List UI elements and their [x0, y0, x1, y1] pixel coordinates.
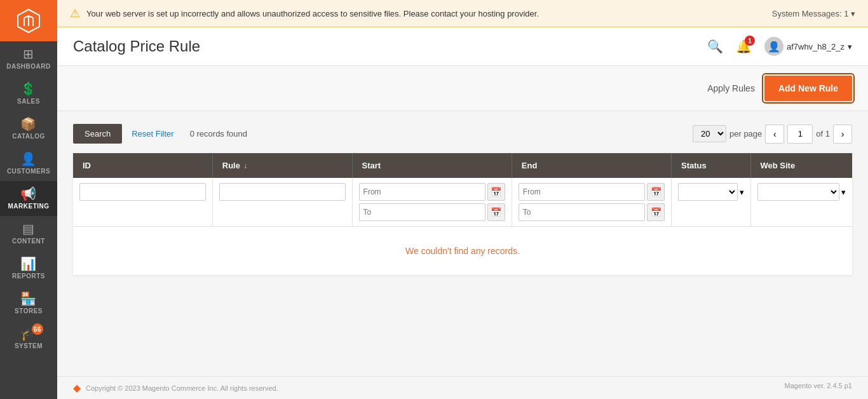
filter-website-select[interactable]: Main Website: [757, 183, 840, 201]
col-end-label: End: [522, 161, 538, 170]
reports-icon: 📊: [20, 257, 37, 270]
sidebar-item-label: STORES: [15, 308, 43, 314]
filter-end-cell: 📅 📅: [512, 178, 671, 227]
sidebar-item-label: SALES: [17, 98, 40, 105]
page-header: Catalog Price Rule 🔍 🔔 1 👤 af7whv_h8_2_z…: [57, 27, 868, 66]
dropdown-icon: ▾: [851, 9, 855, 18]
end-to-input[interactable]: [519, 203, 645, 221]
header-actions: 🔍 🔔 1 👤 af7whv_h8_2_z ▾: [707, 37, 852, 56]
start-from-calendar-icon[interactable]: 📅: [487, 183, 505, 201]
sidebar-item-reports[interactable]: 📊 REPORTS: [0, 251, 57, 286]
start-to-input[interactable]: [359, 203, 485, 221]
start-date-filter: 📅 📅: [359, 183, 505, 221]
no-records-row: We couldn't find any records.: [73, 227, 852, 276]
user-avatar: 👤: [764, 37, 783, 56]
marketing-icon: 📢: [20, 187, 37, 200]
sidebar-item-catalog[interactable]: 📦 CATALOG: [0, 111, 57, 146]
col-status-label: Status: [681, 161, 707, 170]
search-bar-left: Search Reset Filter 0 records found: [73, 124, 247, 144]
start-to-calendar-icon[interactable]: 📅: [487, 203, 505, 221]
filter-id-cell: [73, 178, 212, 227]
website-dropdown-icon: ▾: [841, 187, 846, 197]
filter-rule-input[interactable]: [219, 183, 346, 201]
filter-status-select[interactable]: Active Inactive: [678, 183, 737, 201]
status-dropdown-icon: ▾: [740, 187, 744, 197]
catalog-icon: 📦: [20, 118, 37, 130]
customers-icon: 👤: [20, 152, 37, 165]
system-messages-link[interactable]: System Messages: 1 ▾: [772, 9, 855, 18]
sidebar: ⊞ DASHBOARD 💲 SALES 📦 CATALOG 👤 CUSTOMER…: [0, 0, 57, 399]
per-page-label: per page: [729, 129, 762, 139]
end-to-calendar-icon[interactable]: 📅: [647, 203, 665, 221]
website-filter-wrap: Main Website ▾: [757, 183, 846, 201]
sidebar-item-dashboard[interactable]: ⊞ DASHBOARD: [0, 41, 57, 76]
sidebar-item-customers[interactable]: 👤 CUSTOMERS: [0, 146, 57, 181]
filter-website-cell: Main Website ▾: [750, 178, 852, 227]
filter-start-cell: 📅 📅: [352, 178, 512, 227]
col-status: Status: [672, 153, 750, 178]
user-menu[interactable]: 👤 af7whv_h8_2_z ▾: [764, 37, 852, 56]
next-page-button[interactable]: ›: [833, 125, 852, 144]
search-button[interactable]: Search: [73, 124, 122, 144]
filter-row: 📅 📅 📅: [73, 178, 852, 227]
footer: ◆ Copyright © 2023 Magento Commerce Inc.…: [57, 376, 868, 399]
apply-rules-button[interactable]: Apply Rules: [698, 78, 764, 98]
system-badge: 66: [32, 323, 43, 335]
sidebar-item-label: CONTENT: [12, 238, 45, 245]
system-badge-wrap: 🎓 66: [20, 327, 37, 340]
footer-logo-icon: ◆: [73, 382, 81, 394]
end-date-filter: 📅 📅: [519, 183, 665, 221]
stores-icon: 🏪: [20, 292, 37, 305]
sort-icon: ↓: [243, 161, 247, 170]
user-menu-chevron: ▾: [848, 42, 852, 51]
warning-icon: ⚠: [70, 6, 80, 20]
sidebar-item-content[interactable]: ▤ CONTENT: [0, 216, 57, 251]
start-from-input[interactable]: [359, 183, 485, 201]
sidebar-item-stores[interactable]: 🏪 STORES: [0, 286, 57, 321]
pagination: 20 30 50 per page ‹ of 1 ›: [693, 125, 852, 144]
reset-filter-button[interactable]: Reset Filter: [128, 124, 177, 144]
search-bar: Search Reset Filter 0 records found 20 3…: [73, 124, 852, 144]
table-header-row: ID Rule ↓ Start End St: [73, 153, 852, 178]
prev-page-button[interactable]: ‹: [765, 125, 784, 144]
sidebar-logo: [0, 0, 57, 41]
sidebar-item-label: MARKETING: [8, 203, 49, 210]
add-new-rule-button[interactable]: Add New Rule: [764, 76, 852, 101]
sidebar-item-label: CATALOG: [12, 133, 44, 140]
col-start-label: Start: [362, 161, 381, 170]
dashboard-icon: ⊞: [23, 48, 34, 60]
data-table: ID Rule ↓ Start End St: [73, 153, 852, 275]
main-content: ⚠ Your web server is set up incorrectly …: [57, 0, 868, 399]
col-rule[interactable]: Rule ↓: [212, 153, 352, 178]
end-to-wrap: 📅: [519, 203, 665, 221]
col-id: ID: [73, 153, 212, 178]
search-icon[interactable]: 🔍: [707, 39, 723, 54]
sales-icon: 💲: [20, 83, 37, 95]
notification-badge: 1: [745, 36, 755, 46]
warning-banner: ⚠ Your web server is set up incorrectly …: [57, 0, 868, 27]
col-id-label: ID: [83, 161, 91, 170]
warning-text: Your web server is set up incorrectly an…: [86, 9, 539, 18]
per-page-dropdown[interactable]: 20 30 50: [693, 125, 726, 142]
sidebar-item-system[interactable]: 🎓 66 SYSTEM: [0, 321, 57, 356]
page-number-input[interactable]: [787, 125, 813, 144]
col-rule-label: Rule: [222, 161, 240, 170]
filter-id-input[interactable]: [79, 183, 206, 201]
sidebar-item-label: SYSTEM: [15, 342, 43, 349]
sidebar-item-label: CUSTOMERS: [7, 168, 50, 175]
toolbar: Apply Rules Add New Rule: [57, 66, 868, 111]
per-page-select: 20 30 50 per page: [693, 125, 762, 142]
filter-rule-cell: [212, 178, 352, 227]
notification-button[interactable]: 🔔 1: [736, 39, 752, 54]
page-total-label: of 1: [816, 129, 830, 139]
end-from-wrap: 📅: [519, 183, 665, 201]
content-icon: ▤: [22, 222, 35, 235]
sidebar-item-marketing[interactable]: 📢 MARKETING: [0, 181, 57, 216]
col-website: Web Site: [750, 153, 852, 178]
col-rule-sort: Rule ↓: [222, 161, 342, 170]
status-filter-wrap: Active Inactive ▾: [678, 183, 743, 201]
end-from-calendar-icon[interactable]: 📅: [647, 183, 665, 201]
end-from-input[interactable]: [519, 183, 645, 201]
system-messages-label: System Messages: 1: [772, 9, 849, 18]
sidebar-item-sales[interactable]: 💲 SALES: [0, 76, 57, 111]
